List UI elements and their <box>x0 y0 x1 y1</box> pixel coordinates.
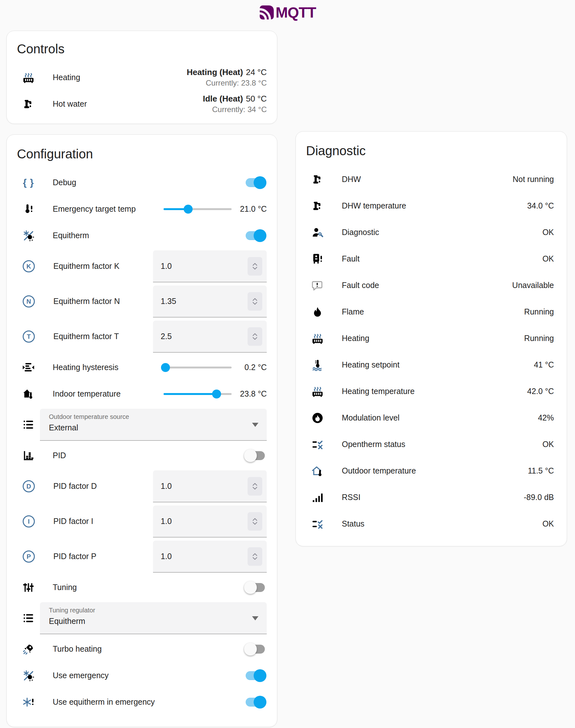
config-row-turbo-heating[interactable]: Turbo heating <box>17 636 267 662</box>
number-stepper[interactable] <box>247 512 262 531</box>
use-equitherm-in-emergency-toggle[interactable] <box>246 698 265 706</box>
faucet-icon <box>311 173 324 186</box>
controls-card: Controls Heating Heating (Heat)24 °C Cur… <box>6 31 277 124</box>
slider-value: 21.0 °C <box>240 204 267 214</box>
config-row-heating-hysteresis[interactable]: Heating hysteresis 0.2 °C <box>17 354 267 380</box>
control-label: Hot water <box>53 99 203 109</box>
diag-row-heating-temperature[interactable]: Heating temperature 42.0 °C <box>306 378 554 405</box>
sensor-value: 34.0 °C <box>527 201 554 210</box>
config-row-pid-factor-d[interactable]: D PID factor D 1.0 <box>17 469 267 504</box>
indoor-temperature-slider[interactable] <box>164 390 232 399</box>
control-row-hot-water[interactable]: Hot water Idle (Heat)50 °C Currently: 34… <box>17 91 267 117</box>
sensor-value: Running <box>524 307 554 317</box>
mqtt-logo-icon <box>259 5 274 20</box>
config-row-emergency-target-temp[interactable]: Emergency target temp 21.0 °C <box>17 196 267 222</box>
chart-histogram-icon <box>22 449 35 462</box>
debug-toggle[interactable] <box>246 178 265 187</box>
slider-thumb[interactable] <box>212 390 221 399</box>
row-label: Use emergency <box>53 670 246 681</box>
diag-row-modulation-level[interactable]: Modulation level 42% <box>306 405 554 431</box>
config-row-equitherm-factor-t[interactable]: T Equitherm factor T 2.5 <box>17 319 267 354</box>
config-row-indoor-temperature[interactable]: Indoor temperature 23.8 °C <box>17 380 267 407</box>
pid-factor-i-input[interactable]: 1.0 <box>153 505 267 537</box>
slider-thumb[interactable] <box>184 205 193 214</box>
pid-factor-d-input[interactable]: 1.0 <box>153 470 267 502</box>
equitherm-factor-n-input[interactable]: 1.35 <box>153 286 267 317</box>
equitherm-factor-t-input[interactable]: 2.5 <box>153 321 267 353</box>
config-row-equitherm[interactable]: Equitherm <box>17 222 267 249</box>
config-row-pid-factor-p[interactable]: P PID factor P 1.0 <box>17 539 267 574</box>
thermometer-alert-icon <box>22 203 35 216</box>
water-heater-state: Idle (Heat)50 °C Currently: 34 °C <box>203 94 267 114</box>
diag-row-fault-code[interactable]: Fault code Unavailable <box>306 272 554 298</box>
tuning-toggle[interactable] <box>246 583 265 592</box>
emergency-target-temp-slider[interactable] <box>164 205 232 214</box>
number-stepper[interactable] <box>247 257 262 276</box>
sensor-value: 42% <box>538 413 554 423</box>
radiator-icon <box>22 71 35 84</box>
config-row-equitherm-factor-k[interactable]: K Equitherm factor K 1.0 <box>17 249 267 284</box>
diag-row-dhw[interactable]: DHW Not running <box>306 166 554 192</box>
config-row-pid-factor-i[interactable]: I PID factor I 1.0 <box>17 504 267 539</box>
row-label: PID <box>53 450 246 461</box>
diag-row-dhw-temperature[interactable]: DHW temperature 34.0 °C <box>306 192 554 219</box>
sensor-value: Running <box>524 334 554 343</box>
turbo-heating-toggle[interactable] <box>246 645 265 654</box>
diag-row-outdoor-temperature[interactable]: Outdoor temperature 11.5 °C <box>306 458 554 484</box>
row-label: Emergency target temp <box>53 204 164 214</box>
number-stepper[interactable] <box>247 292 262 311</box>
diag-row-fault[interactable]: Fault OK <box>306 246 554 272</box>
diag-row-status[interactable]: Status OK <box>306 511 554 537</box>
outdoor-temperature-source-select[interactable]: Outdoor temperature source External <box>40 409 267 441</box>
config-row-tuning[interactable]: Tuning <box>17 574 267 600</box>
tuning-regulator-select[interactable]: Tuning regulator Equitherm <box>40 602 267 634</box>
diag-row-flame[interactable]: Flame Running <box>306 298 554 325</box>
row-label: Equitherm factor N <box>53 296 153 306</box>
fire-circle-icon <box>311 411 324 424</box>
control-row-heating[interactable]: Heating Heating (Heat)24 °C Currently: 2… <box>17 64 267 91</box>
diag-row-opentherm-status[interactable]: Opentherm status OK <box>306 431 554 458</box>
mqtt-logo: MQTT <box>259 4 316 21</box>
sensor-value: OK <box>542 519 554 529</box>
config-row-use-emergency[interactable]: Use emergency <box>17 662 267 689</box>
sensor-value: 42.0 °C <box>527 387 554 396</box>
sensor-value: 41 °C <box>534 360 554 369</box>
row-label: Debug <box>53 178 246 187</box>
heating-hysteresis-slider[interactable] <box>164 363 232 372</box>
climate-mode: Heating (Heat) <box>187 67 243 77</box>
number-stepper[interactable] <box>247 477 262 496</box>
row-label: Turbo heating <box>53 644 246 654</box>
config-row-equitherm-factor-n[interactable]: N Equitherm factor N 1.35 <box>17 284 267 319</box>
mqtt-logo-text: MQTT <box>276 4 316 21</box>
row-label: PID factor P <box>53 551 153 561</box>
sun-snowflake-icon <box>22 229 35 242</box>
equitherm-toggle[interactable] <box>246 231 265 240</box>
dropdown-caret-icon <box>252 616 259 620</box>
use-emergency-toggle[interactable] <box>246 671 265 680</box>
signal-icon <box>311 491 324 504</box>
list-bulleted-icon <box>22 418 35 431</box>
diag-row-diagnostic[interactable]: Diagnostic OK <box>306 219 554 246</box>
config-row-pid[interactable]: PID <box>17 442 267 469</box>
row-label: PID factor D <box>53 481 153 491</box>
slider-thumb[interactable] <box>161 363 170 372</box>
letter-k-circle-icon: K <box>23 260 35 272</box>
select-value: External <box>49 423 247 432</box>
diag-row-heating-setpoint[interactable]: Heating setpoint 41 °C <box>306 352 554 378</box>
pid-toggle[interactable] <box>246 451 265 460</box>
config-row-use-equitherm-in-emergency[interactable]: Use equitherm in emergency <box>17 689 267 715</box>
config-row-outdoor-temperature-source[interactable]: Outdoor temperature source External <box>17 407 267 442</box>
row-label: Tuning <box>53 582 246 592</box>
number-stepper[interactable] <box>247 547 262 566</box>
sensor-value: OK <box>542 440 554 449</box>
diag-row-heating[interactable]: Heating Running <box>306 325 554 352</box>
pid-factor-p-input[interactable]: 1.0 <box>153 541 267 573</box>
sun-snowflake-icon <box>22 669 35 682</box>
equitherm-factor-k-input[interactable]: 1.0 <box>153 250 267 282</box>
number-stepper[interactable] <box>247 327 262 346</box>
sensor-value: OK <box>542 254 554 263</box>
config-row-tuning-regulator[interactable]: Tuning regulator Equitherm <box>17 600 267 636</box>
diag-row-rssi[interactable]: RSSI -89.0 dB <box>306 484 554 511</box>
config-row-debug[interactable]: Debug <box>17 169 267 196</box>
boiler-alert-icon <box>311 253 324 265</box>
